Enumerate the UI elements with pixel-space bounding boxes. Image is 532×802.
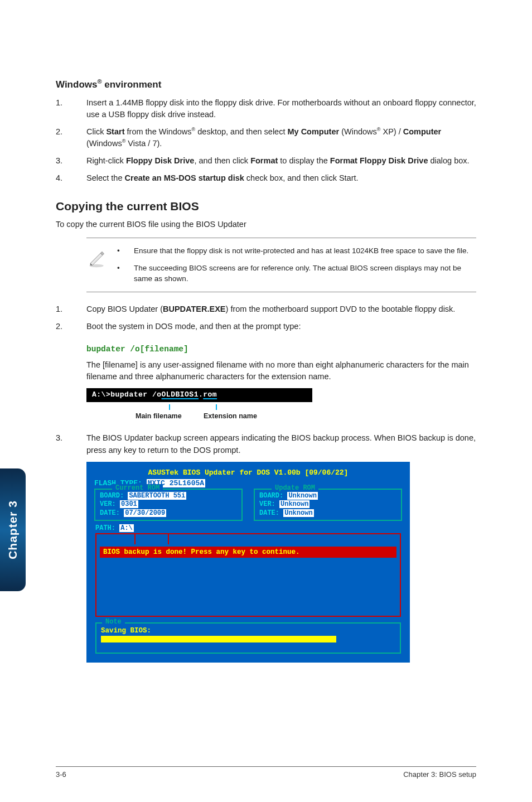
copying-bios-heading: Copying the current BIOS (56, 200, 476, 213)
note-box: • Ensure that the floppy disk is not wri… (86, 238, 476, 293)
item-number: 3. (56, 155, 86, 167)
progress-bar (101, 636, 336, 642)
path-label: PATH: (95, 524, 119, 532)
windows-env-heading: Windows® environment (56, 78, 476, 90)
code-command: bupdater /o[filename] (86, 345, 476, 354)
ver-value: 0301 (120, 500, 138, 508)
update-rom-legend: Update ROM (272, 484, 318, 492)
item-number: 1. (56, 303, 86, 315)
page-number: 3-6 (56, 770, 66, 779)
bios-updater-screen: ASUSTek BIOS Updater for DOS V1.00b [09/… (86, 462, 410, 663)
item-text: Click Start from the Windows® desktop, a… (86, 126, 476, 149)
path-value: A:\ (119, 524, 134, 532)
terminal-prefix: A:\>bupdater /o (92, 390, 162, 399)
update-rom-panel: Update ROM BOARD: Unknown VER: Unknown D… (254, 489, 402, 521)
heading-sup: ® (97, 78, 101, 85)
ver-row: VER: Unknown (259, 500, 396, 509)
bios-title: ASUSTek BIOS Updater for DOS V1.00b [09/… (94, 468, 402, 477)
intro-text: To copy the current BIOS file using the … (56, 220, 476, 229)
footer-chapter: Chapter 3: BIOS setup (403, 770, 476, 779)
date-value: 07/30/2009 (124, 509, 166, 517)
note-body: • Ensure that the floppy disk is not wri… (117, 246, 476, 284)
extension-name-label: Extension name (204, 412, 257, 420)
tick-icon (169, 404, 170, 410)
current-rom-panel: Current ROM BOARD: SABERTOOTH 55i VER: 0… (94, 489, 243, 521)
terminal-labels: Main filename Extension name (86, 404, 476, 427)
spacer (56, 359, 86, 383)
chapter-tab-label: Chapter 3 (6, 500, 20, 559)
note-item: • Ensure that the floppy disk is not wri… (117, 246, 476, 257)
list-item: 1. Insert a 1.44MB floppy disk into the … (56, 97, 476, 120)
column-dividers (96, 534, 400, 544)
board-row: BOARD: SABERTOOTH 55i (100, 492, 237, 501)
list-item: 4. Select the Create an MS-DOS startup d… (56, 172, 476, 184)
board-value: Unknown (287, 492, 317, 500)
item-number: 2. (56, 126, 86, 149)
filename-description-row: The [filename] is any user-assigned file… (56, 359, 476, 383)
list-item: 2. Boot the system in DOS mode, and then… (56, 321, 476, 332)
item-text: Insert a 1.44MB floppy disk into the flo… (86, 97, 476, 120)
item-text: Right-click Floppy Disk Drive, and then … (86, 155, 476, 167)
pencil-note-icon (86, 246, 117, 284)
board-row: BOARD: Unknown (259, 492, 396, 501)
date-value: Unknown (283, 509, 313, 517)
list-item: 1. Copy BIOS Updater (BUPDATER.EXE) from… (56, 303, 476, 315)
terminal-extension: rom (203, 390, 217, 399)
date-row: DATE: 07/30/2009 (100, 509, 237, 518)
item-number: 4. (56, 172, 86, 184)
item-number: 2. (56, 321, 86, 332)
item-text: Select the Create an MS-DOS startup disk… (86, 172, 476, 184)
saving-bios-label: Saving BIOS: (101, 627, 395, 635)
page-footer: 3-6 Chapter 3: BIOS setup (56, 766, 476, 779)
filename-description: The [filename] is any user-assigned file… (86, 359, 476, 383)
terminal-output: A:\>bupdater /oOLDBIOS1.rom (86, 388, 312, 402)
bullet: • (117, 263, 134, 284)
bullet: • (117, 246, 134, 257)
chapter-tab: Chapter 3 (0, 468, 26, 591)
item-text: The BIOS Updater backup screen appears i… (86, 432, 476, 456)
note-legend: Note (102, 618, 125, 626)
backup-done-banner: BIOS backup is done! Press any key to co… (100, 547, 396, 558)
path-row: PATH: A:\ (95, 524, 401, 532)
note-text: The succeeding BIOS screens are for refe… (134, 263, 476, 284)
note-item: • The succeeding BIOS screens are for re… (117, 263, 476, 284)
main-filename-label: Main filename (136, 412, 182, 420)
note-frame: Note Saving BIOS: (95, 622, 401, 654)
item-text: Copy BIOS Updater (BUPDATER.EXE) from th… (86, 303, 476, 315)
date-row: DATE: Unknown (259, 509, 396, 518)
rom-panels: Current ROM BOARD: SABERTOOTH 55i VER: 0… (94, 489, 402, 521)
item-number: 1. (56, 97, 86, 120)
board-value: SABERTOOTH 55i (128, 492, 186, 500)
current-rom-legend: Current ROM (112, 484, 163, 492)
item-text: Boot the system in DOS mode, and then at… (86, 321, 476, 332)
heading-post: environment (102, 79, 162, 90)
note-text: Ensure that the floppy disk is not write… (134, 246, 468, 257)
copy-steps-list: 1. Copy BIOS Updater (BUPDATER.EXE) from… (56, 303, 476, 332)
ver-row: VER: 0301 (100, 500, 237, 509)
heading-pre: Windows (56, 79, 97, 90)
ver-value: Unknown (279, 500, 309, 508)
env-steps-list: 1. Insert a 1.44MB floppy disk into the … (56, 97, 476, 184)
list-item: 2. Click Start from the Windows® desktop… (56, 126, 476, 149)
item-number: 3. (56, 432, 86, 456)
list-frame: BIOS backup is done! Press any key to co… (95, 533, 401, 617)
list-item: 3. Right-click Floppy Disk Drive, and th… (56, 155, 476, 167)
tick-icon (216, 404, 217, 410)
list-item: 3. The BIOS Updater backup screen appear… (56, 432, 476, 456)
page: Windows® environment 1. Insert a 1.44MB … (0, 0, 532, 663)
terminal-main-filename: OLDBIOS1 (162, 390, 199, 399)
